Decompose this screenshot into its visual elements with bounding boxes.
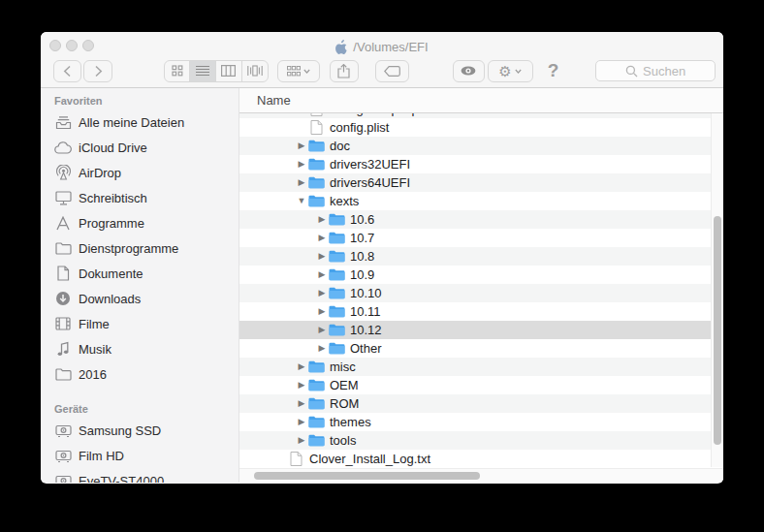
file-row[interactable]: ▶ ROM — [239, 394, 723, 413]
file-row[interactable]: ▶ 10.8 — [239, 247, 723, 266]
titlebar[interactable]: /Volumes/EFI — [41, 32, 723, 58]
disclosure-triangle[interactable]: ▶ — [315, 326, 329, 334]
drive-icon — [54, 472, 72, 483]
sidebar-item-filme[interactable]: Filme — [41, 311, 239, 336]
disclosure-triangle[interactable]: ▶ — [315, 270, 329, 279]
file-row[interactable]: ▶ 10.7 — [239, 229, 723, 247]
file-name: 10.8 — [350, 249, 374, 264]
sidebar-item-2016[interactable]: 2016 — [41, 361, 239, 387]
sidebar-item-eyetv-st4000[interactable]: EyeTV-ST4000 — [41, 468, 239, 483]
sidebar-item-icloud-drive[interactable]: iCloud Drive — [41, 135, 239, 160]
list-view-button[interactable] — [190, 61, 216, 81]
file-row[interactable]: ▶ drivers32UEFI — [239, 155, 723, 173]
file-row[interactable]: ▶ 10.10 — [239, 284, 723, 302]
file-row[interactable]: ▶ 10.12 — [239, 321, 723, 339]
column-header-name[interactable]: Name — [239, 88, 723, 113]
all-files-icon — [54, 113, 72, 131]
sidebar-item-alle-meine-dateien[interactable]: Alle meine Dateien — [41, 110, 239, 135]
disclosure-triangle[interactable]: ▶ — [295, 141, 308, 150]
horizontal-scrollbar-thumb[interactable] — [254, 472, 480, 480]
cloud-icon — [54, 139, 72, 156]
sidebar-item-film-hd[interactable]: Film HD — [41, 443, 239, 468]
file-row[interactable]: ▼ kexts — [239, 192, 723, 210]
sidebar-item-dokumente[interactable]: Dokumente — [41, 261, 239, 286]
file-name: drivers64UEFI — [330, 175, 410, 190]
file-name: config.plist — [330, 120, 389, 135]
sidebar-item-label: Musik — [79, 342, 111, 357]
icon-view-button[interactable] — [165, 61, 191, 81]
arrange-button[interactable] — [277, 60, 320, 82]
file-name: Other — [350, 341, 382, 356]
vertical-scrollbar-thumb[interactable] — [714, 216, 721, 445]
finder-window: /Volumes/EFI — [41, 32, 723, 484]
column-view-button[interactable] — [216, 61, 242, 81]
file-row[interactable]: config.plist — [239, 118, 723, 137]
zoom-button[interactable] — [82, 40, 94, 51]
back-button[interactable] — [53, 60, 81, 82]
file-name: OEM — [330, 378, 359, 392]
disclosure-triangle[interactable]: ▶ — [295, 381, 308, 390]
file-row[interactable]: ▶ Other — [239, 339, 723, 358]
sidebar-item-dienstprogramme[interactable]: Dienstprogramme — [41, 235, 239, 261]
icon-view-icon — [172, 65, 183, 77]
disclosure-triangle[interactable]: ▶ — [295, 436, 308, 445]
disclosure-triangle[interactable]: ▶ — [315, 307, 329, 316]
sidebar-item-programme[interactable]: Programme — [41, 210, 239, 235]
folder-gray-icon — [54, 365, 72, 383]
file-row[interactable]: ▶ tools — [239, 431, 723, 450]
file-row[interactable]: Clover_Install_Log.txt — [239, 450, 723, 468]
sidebar-item-label: 2016 — [79, 367, 107, 382]
disclosure-triangle[interactable]: ▶ — [295, 160, 308, 169]
coverflow-view-button[interactable] — [242, 61, 269, 81]
file-name: drivers32UEFI — [330, 157, 410, 172]
minimize-button[interactable] — [66, 40, 78, 51]
file-name: tools — [330, 433, 356, 448]
file-row[interactable]: ▶ 10.9 — [239, 266, 723, 284]
close-button[interactable] — [49, 40, 61, 51]
disclosure-triangle[interactable]: ▶ — [315, 234, 329, 242]
disclosure-triangle[interactable]: ▶ — [315, 252, 329, 261]
search-field[interactable]: Suchen — [595, 60, 716, 81]
folder-icon — [308, 360, 325, 375]
music-icon — [54, 340, 72, 358]
folder-icon — [308, 415, 325, 430]
share-button[interactable] — [330, 60, 358, 82]
sidebar-item-downloads[interactable]: Downloads — [41, 286, 239, 311]
disclosure-triangle[interactable]: ▶ — [295, 362, 308, 371]
disclosure-triangle[interactable]: ▶ — [315, 215, 329, 224]
file-list-rows: config-sample.plist config.plist ▶ doc ▶… — [239, 113, 723, 468]
disclosure-triangle[interactable]: ▶ — [295, 418, 308, 426]
view-switcher — [164, 60, 269, 82]
disclosure-triangle[interactable]: ▶ — [315, 289, 329, 297]
file-row[interactable]: ▶ themes — [239, 413, 723, 431]
forward-button[interactable] — [83, 60, 111, 82]
tag-button[interactable] — [375, 60, 409, 82]
sidebar-item-label: AirDrop — [79, 166, 121, 180]
file-name: kexts — [330, 194, 359, 208]
file-row[interactable]: ▶ drivers64UEFI — [239, 173, 723, 192]
sidebar-item-airdrop[interactable]: AirDrop — [41, 160, 239, 185]
help-button[interactable]: ? — [542, 60, 565, 82]
sidebar-item-label: Filme — [79, 317, 110, 331]
file-row[interactable]: ▶ 10.11 — [239, 302, 723, 321]
action-button[interactable]: ⚙ — [488, 60, 533, 82]
file-row[interactable]: ▶ OEM — [239, 376, 723, 394]
vertical-scrollbar[interactable] — [711, 113, 723, 467]
disclosure-triangle[interactable]: ▼ — [295, 197, 308, 205]
file-name: themes — [330, 415, 371, 429]
quick-look-button[interactable] — [453, 60, 484, 82]
sidebar: Favoriten Alle meine Dateien iCloud Driv… — [41, 88, 239, 483]
disclosure-triangle[interactable]: ▶ — [315, 344, 329, 353]
sidebar-item-musik[interactable]: Musik — [41, 336, 239, 361]
horizontal-scrollbar[interactable] — [239, 468, 723, 483]
file-row[interactable]: ▶ 10.6 — [239, 210, 723, 229]
disclosure-triangle[interactable]: ▶ — [295, 178, 308, 187]
sidebar-item-schreibtisch[interactable]: Schreibtisch — [41, 185, 239, 210]
disclosure-triangle[interactable]: ▶ — [295, 399, 308, 408]
file-row[interactable]: ▶ misc — [239, 358, 723, 376]
folder-icon — [308, 396, 325, 412]
folder-icon — [308, 378, 325, 393]
folder-icon — [308, 139, 325, 154]
file-row[interactable]: ▶ doc — [239, 137, 723, 155]
sidebar-item-samsung-ssd[interactable]: Samsung SSD — [41, 418, 239, 443]
